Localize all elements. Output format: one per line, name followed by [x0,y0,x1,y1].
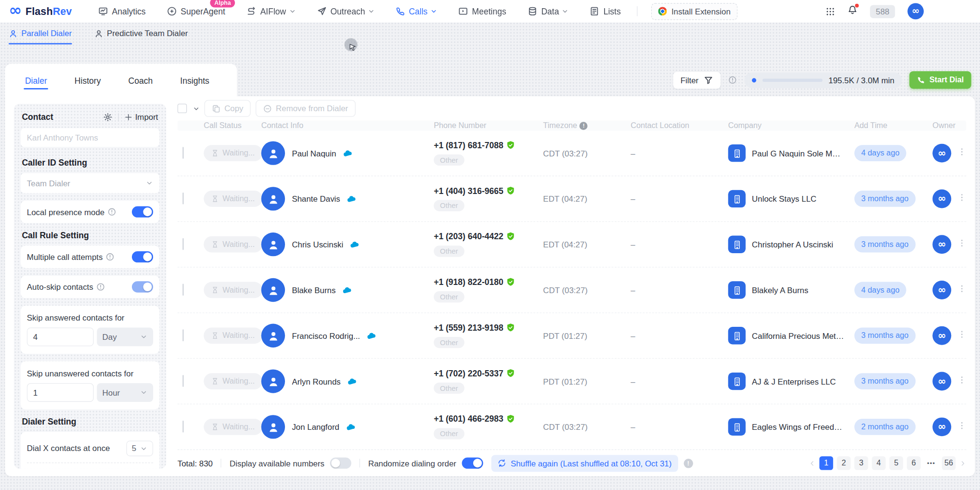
skip-answered-value-input[interactable] [27,327,94,346]
display-numbers-toggle[interactable] [330,457,351,468]
row-menu-icon[interactable] [957,193,966,203]
select-all-chevron-icon[interactable] [193,105,199,112]
company-cell[interactable]: Unlock Stays LLC [723,190,849,207]
company-cell[interactable]: Christopher A Uscinski [723,236,849,253]
copy-button[interactable]: Copy [205,100,251,117]
page-tab[interactable]: History [63,70,112,90]
company-name[interactable]: Blakely A Burns [752,285,808,295]
row-menu-icon[interactable] [957,238,966,248]
row-checkbox[interactable] [182,193,184,205]
contact-search-input[interactable] [21,128,159,147]
company-name[interactable]: Eagles Wings of Freedom LLC [752,422,844,431]
row-checkbox[interactable] [182,421,184,433]
row-checkbox[interactable] [182,329,184,341]
nav-item[interactable]: SuperAgent Alpha [167,6,225,16]
user-avatar[interactable]: ∞ [907,3,924,19]
prev-page-button[interactable] [809,460,815,466]
caller-id-select[interactable]: Team Dialer [21,173,159,193]
timezone-info-icon[interactable]: ! [580,122,588,130]
nav-item[interactable]: Analytics [98,6,146,16]
page-button[interactable]: 6 [907,456,921,470]
company-cell[interactable]: Paul G Naquin Sole Member [723,144,849,162]
page-tab[interactable]: Insights [169,70,220,90]
import-button[interactable]: Import [125,113,158,122]
shuffle-again-button[interactable]: Shuffle again (Last shuffled at 08:10, O… [491,455,678,472]
next-page-button[interactable] [959,460,966,466]
randomize-toggle[interactable] [462,457,483,468]
flashrev-logo[interactable]: ∞ FlashRev [9,5,72,17]
shuffle-info-icon[interactable]: ! [683,458,693,467]
owner-avatar[interactable]: ∞ [932,372,951,391]
company-name[interactable]: Paul G Naquin Sole Member [752,148,844,157]
contact-name[interactable]: Chris Uscinski [292,240,343,249]
company-cell[interactable]: Blakely A Burns [723,281,849,298]
owner-avatar[interactable]: ∞ [932,144,951,163]
company-name[interactable]: AJ & J Enterprises LLC [752,376,836,386]
contact-name[interactable]: Blake Burns [292,285,335,295]
contact-cell[interactable]: Shante Davis [256,187,428,210]
row-checkbox[interactable] [182,375,184,387]
filter-button[interactable]: Filter [673,72,721,89]
nav-item[interactable]: Calls [396,7,437,16]
owner-avatar[interactable]: ∞ [932,189,951,208]
owner-avatar[interactable]: ∞ [932,281,951,299]
minutes-info-icon[interactable] [728,76,736,84]
page-button[interactable]: ••• [924,456,938,470]
contact-name[interactable]: Shante Davis [292,194,340,203]
contact-settings-gear-icon[interactable] [103,113,112,122]
row-menu-icon[interactable] [957,421,966,431]
skip-unanswered-value-input[interactable] [27,383,94,402]
company-name[interactable]: Unlock Stays LLC [752,194,816,203]
contact-cell[interactable]: Blake Burns [256,278,428,302]
nav-item[interactable]: Meetings [458,6,506,16]
owner-avatar[interactable]: ∞ [932,417,951,436]
subnav-tab[interactable]: Predictive Team Dialer [94,29,188,44]
contact-name[interactable]: Jon Langford [292,422,339,431]
company-name[interactable]: Christopher A Uscinski [752,240,833,249]
notifications-button[interactable] [848,5,858,17]
page-tab[interactable]: Coach [117,70,164,90]
nav-item[interactable]: AIFlow [246,6,296,16]
nav-item[interactable]: Data [528,6,568,16]
skip-unanswered-unit-select[interactable]: Hour [97,383,153,402]
company-cell[interactable]: California Precious Metals E... [723,327,849,344]
dial-x-select[interactable]: 5 [126,440,153,456]
contact-cell[interactable]: Paul Naquin [256,141,428,165]
page-button[interactable]: 4 [872,456,886,470]
contact-cell[interactable]: Jon Langford [256,415,428,438]
row-checkbox[interactable] [182,147,184,159]
company-cell[interactable]: Eagles Wings of Freedom LLC [723,418,849,436]
row-menu-icon[interactable] [957,284,966,294]
page-button[interactable]: 5 [890,456,903,470]
nav-item[interactable]: Outreach [317,6,374,16]
owner-avatar[interactable]: ∞ [932,326,951,345]
contact-name[interactable]: Paul Naquin [292,148,336,157]
contact-cell[interactable]: Francisco Rodrig... [256,324,428,348]
company-name[interactable]: California Precious Metals E... [752,331,844,340]
page-button[interactable]: 2 [837,456,851,470]
page-button[interactable]: 56 [942,456,956,470]
nav-item[interactable]: Lists [590,6,621,16]
row-menu-icon[interactable] [957,375,966,385]
start-dial-button[interactable]: Start Dial [909,71,971,89]
company-cell[interactable]: AJ & J Enterprises LLC [723,373,849,390]
apps-grid-icon[interactable] [826,7,835,16]
row-menu-icon[interactable] [957,147,966,157]
multiple-attempts-toggle[interactable] [132,251,153,262]
contact-name[interactable]: Arlyn Rounds [292,376,340,386]
row-menu-icon[interactable] [957,329,966,339]
install-extension-button[interactable]: Install Extension [651,3,737,20]
contact-name[interactable]: Francisco Rodrig... [292,331,360,340]
auto-skip-toggle[interactable] [132,281,153,292]
page-button[interactable]: 1 [819,456,833,470]
credit-counter[interactable]: 588 [870,5,895,18]
skip-answered-unit-select[interactable]: Day [97,327,153,346]
contact-cell[interactable]: Arlyn Rounds [256,369,428,393]
page-tab[interactable]: Dialer [14,70,59,90]
row-checkbox[interactable] [182,284,184,296]
local-presence-toggle[interactable] [132,206,153,217]
owner-avatar[interactable]: ∞ [932,235,951,254]
contact-cell[interactable]: Chris Uscinski [256,232,428,256]
subnav-tab[interactable]: Parallel Dialer [9,29,72,44]
page-button[interactable]: 3 [854,456,868,470]
